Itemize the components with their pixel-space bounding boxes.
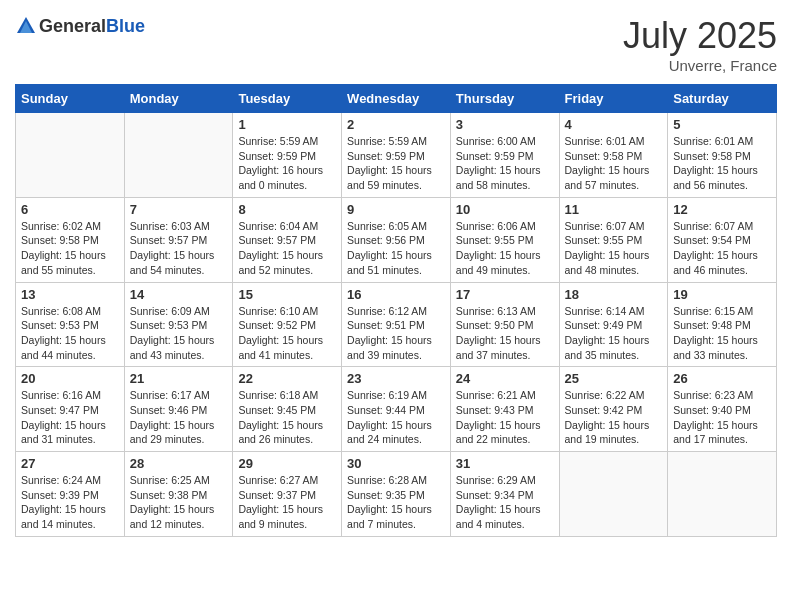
day-number: 28 xyxy=(130,456,228,471)
page-header: GeneralBlue July 2025 Unverre, France xyxy=(15,15,777,74)
day-number: 13 xyxy=(21,287,119,302)
day-header-thursday: Thursday xyxy=(450,85,559,113)
calendar-cell: 9Sunrise: 6:05 AMSunset: 9:56 PMDaylight… xyxy=(342,197,451,282)
day-number: 29 xyxy=(238,456,336,471)
calendar-cell xyxy=(559,452,668,537)
day-info: Sunrise: 6:09 AMSunset: 9:53 PMDaylight:… xyxy=(130,304,228,363)
location-title: Unverre, France xyxy=(623,57,777,74)
day-info: Sunrise: 6:29 AMSunset: 9:34 PMDaylight:… xyxy=(456,473,554,532)
month-title: July 2025 xyxy=(623,15,777,57)
logo-icon xyxy=(15,15,37,37)
day-info: Sunrise: 6:16 AMSunset: 9:47 PMDaylight:… xyxy=(21,388,119,447)
calendar-week-row: 1Sunrise: 5:59 AMSunset: 9:59 PMDaylight… xyxy=(16,113,777,198)
day-number: 21 xyxy=(130,371,228,386)
day-info: Sunrise: 6:28 AMSunset: 9:35 PMDaylight:… xyxy=(347,473,445,532)
day-info: Sunrise: 6:06 AMSunset: 9:55 PMDaylight:… xyxy=(456,219,554,278)
calendar-cell: 2Sunrise: 5:59 AMSunset: 9:59 PMDaylight… xyxy=(342,113,451,198)
day-info: Sunrise: 6:23 AMSunset: 9:40 PMDaylight:… xyxy=(673,388,771,447)
day-info: Sunrise: 6:01 AMSunset: 9:58 PMDaylight:… xyxy=(673,134,771,193)
day-number: 8 xyxy=(238,202,336,217)
day-info: Sunrise: 6:10 AMSunset: 9:52 PMDaylight:… xyxy=(238,304,336,363)
calendar-week-row: 27Sunrise: 6:24 AMSunset: 9:39 PMDayligh… xyxy=(16,452,777,537)
day-number: 6 xyxy=(21,202,119,217)
day-info: Sunrise: 5:59 AMSunset: 9:59 PMDaylight:… xyxy=(238,134,336,193)
calendar-cell: 16Sunrise: 6:12 AMSunset: 9:51 PMDayligh… xyxy=(342,282,451,367)
logo-text-general: General xyxy=(39,16,106,36)
calendar-header-row: SundayMondayTuesdayWednesdayThursdayFrid… xyxy=(16,85,777,113)
day-info: Sunrise: 5:59 AMSunset: 9:59 PMDaylight:… xyxy=(347,134,445,193)
calendar-table: SundayMondayTuesdayWednesdayThursdayFrid… xyxy=(15,84,777,537)
calendar-cell: 26Sunrise: 6:23 AMSunset: 9:40 PMDayligh… xyxy=(668,367,777,452)
title-block: July 2025 Unverre, France xyxy=(623,15,777,74)
day-info: Sunrise: 6:08 AMSunset: 9:53 PMDaylight:… xyxy=(21,304,119,363)
day-header-tuesday: Tuesday xyxy=(233,85,342,113)
day-number: 15 xyxy=(238,287,336,302)
calendar-cell: 28Sunrise: 6:25 AMSunset: 9:38 PMDayligh… xyxy=(124,452,233,537)
calendar-week-row: 13Sunrise: 6:08 AMSunset: 9:53 PMDayligh… xyxy=(16,282,777,367)
calendar-cell: 14Sunrise: 6:09 AMSunset: 9:53 PMDayligh… xyxy=(124,282,233,367)
day-number: 9 xyxy=(347,202,445,217)
day-info: Sunrise: 6:24 AMSunset: 9:39 PMDaylight:… xyxy=(21,473,119,532)
day-info: Sunrise: 6:03 AMSunset: 9:57 PMDaylight:… xyxy=(130,219,228,278)
day-number: 2 xyxy=(347,117,445,132)
calendar-cell xyxy=(124,113,233,198)
calendar-week-row: 6Sunrise: 6:02 AMSunset: 9:58 PMDaylight… xyxy=(16,197,777,282)
day-number: 17 xyxy=(456,287,554,302)
day-number: 3 xyxy=(456,117,554,132)
day-number: 24 xyxy=(456,371,554,386)
day-info: Sunrise: 6:13 AMSunset: 9:50 PMDaylight:… xyxy=(456,304,554,363)
day-info: Sunrise: 6:21 AMSunset: 9:43 PMDaylight:… xyxy=(456,388,554,447)
logo-text-blue: Blue xyxy=(106,16,145,36)
calendar-cell xyxy=(668,452,777,537)
calendar-cell: 1Sunrise: 5:59 AMSunset: 9:59 PMDaylight… xyxy=(233,113,342,198)
calendar-cell: 19Sunrise: 6:15 AMSunset: 9:48 PMDayligh… xyxy=(668,282,777,367)
day-info: Sunrise: 6:05 AMSunset: 9:56 PMDaylight:… xyxy=(347,219,445,278)
calendar-cell: 23Sunrise: 6:19 AMSunset: 9:44 PMDayligh… xyxy=(342,367,451,452)
day-number: 31 xyxy=(456,456,554,471)
day-number: 12 xyxy=(673,202,771,217)
logo: GeneralBlue xyxy=(15,15,145,37)
day-number: 25 xyxy=(565,371,663,386)
calendar-cell: 13Sunrise: 6:08 AMSunset: 9:53 PMDayligh… xyxy=(16,282,125,367)
day-info: Sunrise: 6:04 AMSunset: 9:57 PMDaylight:… xyxy=(238,219,336,278)
day-header-wednesday: Wednesday xyxy=(342,85,451,113)
day-header-sunday: Sunday xyxy=(16,85,125,113)
day-info: Sunrise: 6:07 AMSunset: 9:54 PMDaylight:… xyxy=(673,219,771,278)
calendar-cell: 3Sunrise: 6:00 AMSunset: 9:59 PMDaylight… xyxy=(450,113,559,198)
day-info: Sunrise: 6:15 AMSunset: 9:48 PMDaylight:… xyxy=(673,304,771,363)
calendar-cell: 22Sunrise: 6:18 AMSunset: 9:45 PMDayligh… xyxy=(233,367,342,452)
day-info: Sunrise: 6:00 AMSunset: 9:59 PMDaylight:… xyxy=(456,134,554,193)
day-number: 26 xyxy=(673,371,771,386)
day-info: Sunrise: 6:17 AMSunset: 9:46 PMDaylight:… xyxy=(130,388,228,447)
day-info: Sunrise: 6:02 AMSunset: 9:58 PMDaylight:… xyxy=(21,219,119,278)
day-number: 27 xyxy=(21,456,119,471)
day-info: Sunrise: 6:19 AMSunset: 9:44 PMDaylight:… xyxy=(347,388,445,447)
day-number: 7 xyxy=(130,202,228,217)
day-info: Sunrise: 6:25 AMSunset: 9:38 PMDaylight:… xyxy=(130,473,228,532)
day-number: 19 xyxy=(673,287,771,302)
day-info: Sunrise: 6:18 AMSunset: 9:45 PMDaylight:… xyxy=(238,388,336,447)
day-info: Sunrise: 6:07 AMSunset: 9:55 PMDaylight:… xyxy=(565,219,663,278)
day-header-monday: Monday xyxy=(124,85,233,113)
calendar-cell: 12Sunrise: 6:07 AMSunset: 9:54 PMDayligh… xyxy=(668,197,777,282)
day-info: Sunrise: 6:27 AMSunset: 9:37 PMDaylight:… xyxy=(238,473,336,532)
calendar-cell xyxy=(16,113,125,198)
day-number: 14 xyxy=(130,287,228,302)
calendar-cell: 24Sunrise: 6:21 AMSunset: 9:43 PMDayligh… xyxy=(450,367,559,452)
day-info: Sunrise: 6:12 AMSunset: 9:51 PMDaylight:… xyxy=(347,304,445,363)
calendar-cell: 8Sunrise: 6:04 AMSunset: 9:57 PMDaylight… xyxy=(233,197,342,282)
day-number: 4 xyxy=(565,117,663,132)
day-number: 10 xyxy=(456,202,554,217)
calendar-cell: 25Sunrise: 6:22 AMSunset: 9:42 PMDayligh… xyxy=(559,367,668,452)
day-info: Sunrise: 6:14 AMSunset: 9:49 PMDaylight:… xyxy=(565,304,663,363)
calendar-cell: 18Sunrise: 6:14 AMSunset: 9:49 PMDayligh… xyxy=(559,282,668,367)
day-header-saturday: Saturday xyxy=(668,85,777,113)
calendar-cell: 31Sunrise: 6:29 AMSunset: 9:34 PMDayligh… xyxy=(450,452,559,537)
day-number: 20 xyxy=(21,371,119,386)
calendar-cell: 30Sunrise: 6:28 AMSunset: 9:35 PMDayligh… xyxy=(342,452,451,537)
calendar-cell: 10Sunrise: 6:06 AMSunset: 9:55 PMDayligh… xyxy=(450,197,559,282)
day-number: 22 xyxy=(238,371,336,386)
calendar-cell: 20Sunrise: 6:16 AMSunset: 9:47 PMDayligh… xyxy=(16,367,125,452)
calendar-cell: 7Sunrise: 6:03 AMSunset: 9:57 PMDaylight… xyxy=(124,197,233,282)
day-header-friday: Friday xyxy=(559,85,668,113)
